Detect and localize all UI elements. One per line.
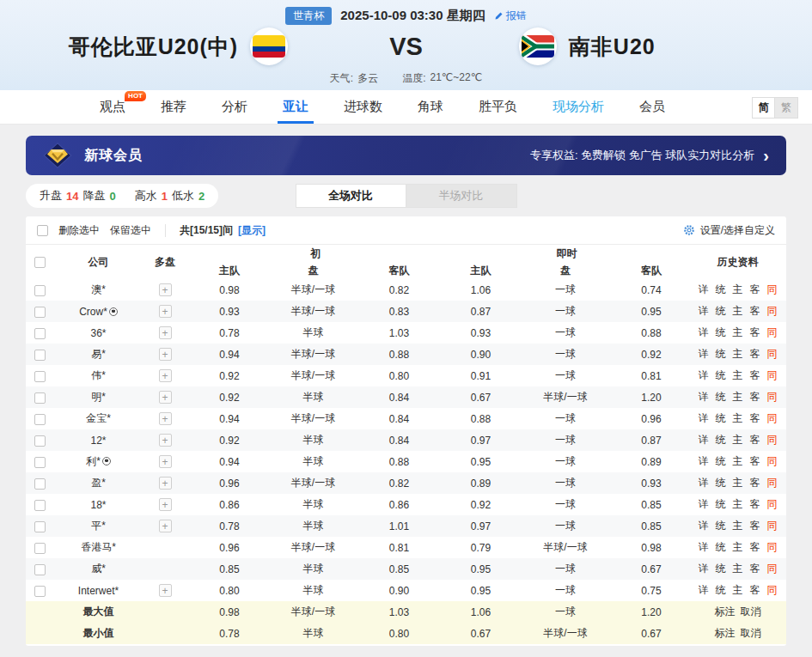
row-checkbox[interactable] [34, 521, 46, 532]
history-link-1[interactable]: 详 [699, 584, 709, 596]
history-link-4[interactable]: 客 [750, 498, 760, 510]
expand-multi-odds-button[interactable]: + [159, 584, 172, 597]
half-match-toggle[interactable]: 半场对比 [406, 184, 517, 208]
history-link-1[interactable]: 详 [699, 520, 709, 532]
row-checkbox[interactable] [34, 285, 46, 296]
history-link-3[interactable]: 主 [733, 369, 743, 381]
row-checkbox[interactable] [34, 586, 46, 597]
settings-button[interactable]: 设置/选择自定义 [683, 223, 775, 238]
row-checkbox[interactable] [34, 414, 46, 425]
expand-multi-odds-button[interactable]: + [159, 434, 172, 447]
history-link-3[interactable]: 主 [733, 283, 743, 295]
row-checkbox[interactable] [34, 435, 46, 447]
company-name[interactable]: 易* [91, 348, 106, 360]
history-link-3[interactable]: 主 [733, 541, 743, 553]
history-link-2[interactable]: 统 [716, 541, 726, 553]
expand-multi-odds-button[interactable]: + [159, 498, 172, 511]
history-link-5[interactable]: 同 [767, 369, 778, 381]
row-checkbox[interactable] [34, 564, 46, 575]
history-link-2[interactable]: 统 [716, 391, 726, 403]
tab-4[interactable]: 亚让 [283, 90, 308, 124]
history-link-3[interactable]: 主 [733, 584, 743, 596]
history-link-4[interactable]: 客 [750, 455, 760, 467]
history-link-3[interactable]: 主 [733, 391, 743, 403]
tab-9[interactable]: 会员 [639, 90, 665, 124]
history-link-3[interactable]: 主 [733, 305, 743, 317]
summary-action-1[interactable]: 标注 [715, 627, 736, 639]
history-link-2[interactable]: 统 [716, 348, 726, 360]
row-checkbox[interactable] [34, 543, 46, 554]
history-link-5[interactable]: 同 [767, 283, 778, 295]
tab-1[interactable]: 观点 HOT [100, 90, 125, 124]
history-link-4[interactable]: 客 [750, 305, 760, 317]
history-link-2[interactable]: 统 [716, 520, 726, 532]
history-link-1[interactable]: 详 [699, 455, 709, 467]
company-name[interactable]: 伟* [91, 369, 106, 381]
tab-5[interactable]: 进球数 [344, 90, 382, 124]
history-link-4[interactable]: 客 [750, 520, 760, 532]
history-link-3[interactable]: 主 [733, 412, 743, 424]
expand-multi-odds-button[interactable]: + [159, 305, 172, 318]
expand-multi-odds-button[interactable]: + [159, 369, 172, 382]
history-link-1[interactable]: 详 [699, 348, 709, 360]
row-checkbox[interactable] [34, 478, 46, 490]
keep-selected-button[interactable]: 保留选中 [110, 223, 151, 238]
row-checkbox[interactable] [34, 350, 46, 361]
history-link-4[interactable]: 客 [750, 369, 760, 381]
company-name[interactable]: 36* [90, 327, 106, 339]
history-link-4[interactable]: 客 [750, 348, 760, 360]
row-checkbox[interactable] [34, 328, 46, 339]
history-link-1[interactable]: 详 [699, 391, 709, 403]
company-name[interactable]: 威* [91, 563, 106, 575]
history-link-3[interactable]: 主 [733, 498, 743, 510]
history-link-2[interactable]: 统 [716, 563, 726, 575]
company-name[interactable]: 澳* [91, 283, 106, 295]
tab-6[interactable]: 角球 [418, 90, 443, 124]
company-name[interactable]: Interwet* [78, 585, 119, 597]
history-link-2[interactable]: 统 [716, 412, 726, 424]
history-link-5[interactable]: 同 [767, 434, 778, 446]
row-checkbox[interactable] [34, 392, 46, 404]
company-name[interactable]: 利* [86, 455, 101, 467]
expand-multi-odds-button[interactable]: + [159, 477, 172, 490]
history-link-3[interactable]: 主 [733, 455, 743, 467]
history-link-5[interactable]: 同 [767, 326, 778, 338]
history-link-1[interactable]: 详 [699, 326, 709, 338]
history-link-5[interactable]: 同 [767, 305, 778, 317]
history-link-5[interactable]: 同 [767, 348, 778, 360]
history-link-1[interactable]: 详 [699, 283, 709, 295]
history-link-1[interactable]: 详 [699, 498, 709, 510]
history-link-5[interactable]: 同 [767, 455, 778, 467]
company-name[interactable]: 平* [91, 520, 106, 532]
history-link-5[interactable]: 同 [767, 391, 778, 403]
history-link-3[interactable]: 主 [733, 348, 743, 360]
history-link-5[interactable]: 同 [767, 563, 778, 575]
select-all-checkbox[interactable] [34, 257, 46, 268]
row-checkbox[interactable] [34, 500, 46, 511]
tab-8[interactable]: 现场分析 [553, 90, 604, 124]
history-link-4[interactable]: 客 [750, 412, 760, 424]
expand-multi-odds-button[interactable]: + [159, 520, 172, 532]
history-link-5[interactable]: 同 [767, 584, 778, 596]
history-link-4[interactable]: 客 [750, 434, 760, 446]
tab-7[interactable]: 胜平负 [479, 90, 517, 124]
company-name[interactable]: 12* [90, 435, 106, 447]
expand-multi-odds-button[interactable]: + [159, 391, 172, 404]
history-link-2[interactable]: 统 [716, 455, 726, 467]
history-link-2[interactable]: 统 [716, 584, 726, 596]
vip-member-banner[interactable]: 新球会员 专享权益: 免费解锁 免广告 球队实力对比分析 › [26, 136, 786, 175]
history-link-2[interactable]: 统 [716, 326, 726, 338]
expand-multi-odds-button[interactable]: + [159, 348, 172, 361]
history-link-1[interactable]: 详 [699, 477, 709, 489]
company-name[interactable]: 香港马* [81, 541, 116, 553]
history-link-4[interactable]: 客 [750, 283, 760, 295]
history-link-3[interactable]: 主 [733, 563, 743, 575]
row-checkbox[interactable] [34, 307, 46, 318]
summary-action-2[interactable]: 取消 [741, 605, 761, 617]
lang-traditional-button[interactable]: 繁 [775, 97, 798, 119]
history-link-4[interactable]: 客 [750, 584, 760, 596]
history-link-2[interactable]: 统 [716, 477, 726, 489]
report-error-link[interactable]: 报错 [494, 9, 527, 23]
history-link-2[interactable]: 统 [716, 283, 726, 295]
vip-benefits-link[interactable]: 专享权益: 免费解锁 免广告 球队实力对比分析 › [530, 147, 769, 164]
